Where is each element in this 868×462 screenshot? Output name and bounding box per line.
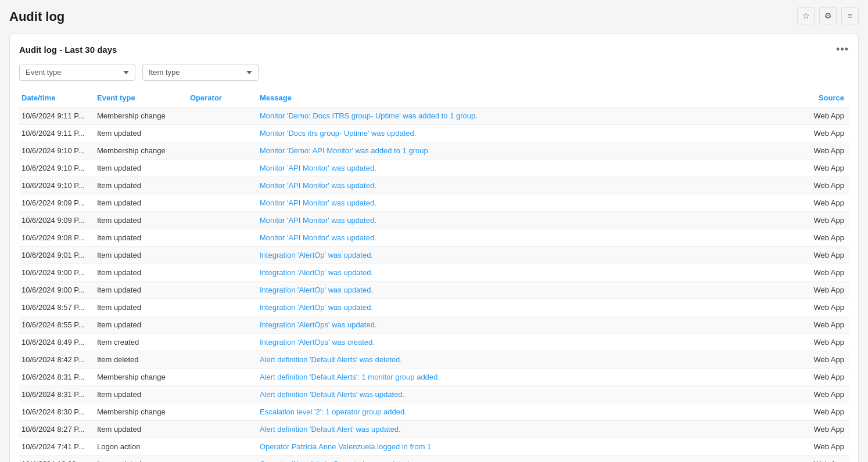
cell-eventtype: Item created [95, 334, 188, 351]
table-row[interactable]: 10/6/2024 8:27 P... Item updated Alert d… [19, 421, 849, 438]
cell-operator [188, 369, 257, 386]
message-link[interactable]: Escalation level '2': 1 operator group a… [260, 407, 407, 416]
cell-operator [188, 386, 257, 403]
col-header-eventtype[interactable]: Event type [95, 89, 188, 107]
col-header-source[interactable]: Source [797, 89, 849, 107]
cell-source: Web App [797, 316, 849, 334]
cell-source: Web App [797, 299, 849, 316]
cell-source: Web App [797, 229, 849, 247]
more-options-button[interactable]: ••• [836, 44, 849, 56]
message-link[interactable]: Monitor 'API Monitor' was updated. [260, 216, 376, 225]
cell-eventtype: Item updated [95, 456, 188, 463]
message-link[interactable]: Monitor 'API Monitor' was updated. [260, 164, 376, 172]
cell-datetime: 10/6/2024 9:01 P... [19, 247, 95, 264]
table-row[interactable]: 10/6/2024 8:49 P... Item created Integra… [19, 334, 849, 351]
cell-operator [188, 421, 257, 438]
col-header-datetime[interactable]: Date/time [19, 89, 95, 107]
cell-message: Monitor 'Demo: API Monitor' was added to… [257, 142, 797, 160]
message-link[interactable]: Monitor 'API Monitor' was updated. [260, 181, 376, 190]
cell-eventtype: Item updated [95, 316, 188, 334]
table-row[interactable]: 10/6/2024 9:00 P... Item updated Integra… [19, 281, 849, 299]
cell-datetime: 10/6/2024 8:30 P... [19, 403, 95, 421]
cell-source: Web App [797, 142, 849, 160]
item-type-select[interactable]: Item type [142, 64, 259, 81]
event-type-select[interactable]: Event type Membership change Item update… [19, 64, 135, 81]
message-link[interactable]: Integration 'AlertOp' was updated. [260, 303, 373, 312]
cell-datetime: 10/4/2024 12:39 ... [19, 456, 95, 463]
table-row[interactable]: 10/6/2024 9:11 P... Item updated Monitor… [19, 125, 849, 142]
cell-source: Web App [797, 160, 849, 177]
message-link[interactable]: Integration 'AlertOp' was updated. [260, 286, 373, 294]
gear-icon: ⚙ [824, 11, 832, 20]
table-row[interactable]: 10/6/2024 9:11 P... Membership change Mo… [19, 107, 849, 125]
cell-message: Monitor 'API Monitor' was updated. [257, 212, 797, 229]
table-row[interactable]: 10/6/2024 9:01 P... Item updated Integra… [19, 247, 849, 264]
gear-button[interactable]: ⚙ [819, 7, 837, 24]
cell-operator [188, 299, 257, 316]
table-row[interactable]: 10/6/2024 9:08 P... Item updated Monitor… [19, 229, 849, 247]
table-row[interactable]: 10/6/2024 9:10 P... Item updated Monitor… [19, 160, 849, 177]
message-link[interactable]: Integration 'AlertOps' was created. [260, 338, 375, 346]
message-link[interactable]: Integration 'AlertOps' was updated. [260, 320, 377, 329]
cell-message: Alert definition 'Default Alerts' was de… [257, 351, 797, 369]
table-row[interactable]: 10/6/2024 8:31 P... Membership change Al… [19, 369, 849, 386]
table-row[interactable]: 10/6/2024 9:00 P... Item updated Integra… [19, 264, 849, 281]
cell-eventtype: Membership change [95, 142, 188, 160]
cell-datetime: 10/6/2024 9:10 P... [19, 160, 95, 177]
table-row[interactable]: 10/6/2024 9:10 P... Item updated Monitor… [19, 177, 849, 194]
cell-source: Web App [797, 194, 849, 212]
message-link[interactable]: Alert definition 'Default Alerts': 1 mon… [260, 373, 440, 381]
star-icon: ☆ [802, 11, 810, 20]
cell-message: Monitor 'API Monitor' was updated. [257, 177, 797, 194]
cell-operator [188, 142, 257, 160]
cell-eventtype: Item updated [95, 299, 188, 316]
cell-datetime: 10/6/2024 9:09 P... [19, 212, 95, 229]
table-row[interactable]: 10/6/2024 8:57 P... Item updated Integra… [19, 299, 849, 316]
message-link[interactable]: Alert definition 'Default Alert' was upd… [260, 425, 401, 434]
col-header-message[interactable]: Message [257, 89, 797, 107]
table-row[interactable]: 10/4/2024 12:39 ... Item updated Operato… [19, 456, 849, 463]
cell-source: Web App [797, 386, 849, 403]
cell-operator [188, 229, 257, 247]
message-link[interactable]: Monitor 'Demo: Docs ITRS group- Uptime' … [260, 111, 478, 120]
message-link[interactable]: Alert definition 'Default Alerts' was de… [260, 355, 402, 364]
cell-operator [188, 334, 257, 351]
cell-source: Web App [797, 212, 849, 229]
cell-message: Monitor 'API Monitor' was updated. [257, 229, 797, 247]
message-link[interactable]: Alert definition 'Default Alerts' was up… [260, 390, 404, 399]
message-link[interactable]: Operator 'Non-Admin Operator' was update… [260, 460, 411, 462]
table-row[interactable]: 10/6/2024 8:42 P... Item deleted Alert d… [19, 351, 849, 369]
cell-operator [188, 403, 257, 421]
cell-eventtype: Item updated [95, 247, 188, 264]
message-link[interactable]: Integration 'AlertOp' was updated. [260, 251, 373, 259]
cell-eventtype: Membership change [95, 403, 188, 421]
cell-message: Integration 'AlertOp' was updated. [257, 247, 797, 264]
col-header-operator[interactable]: Operator [188, 89, 257, 107]
table-row[interactable]: 10/6/2024 7:41 P... Logon action Operato… [19, 438, 849, 456]
message-link[interactable]: Monitor 'API Monitor' was updated. [260, 233, 376, 242]
menu-button[interactable]: ≡ [841, 7, 859, 24]
audit-log-table: Date/time Event type Operator Message So… [19, 89, 849, 462]
table-row[interactable]: 10/6/2024 8:30 P... Membership change Es… [19, 403, 849, 421]
message-link[interactable]: Operator Patricia Anne Valenzuela logged… [260, 442, 431, 451]
cell-source: Web App [797, 177, 849, 194]
message-link[interactable]: Monitor 'Docs itrs group- Uptime' was up… [260, 129, 416, 138]
message-link[interactable]: Integration 'AlertOp' was updated. [260, 268, 373, 277]
table-row[interactable]: 10/6/2024 8:55 P... Item updated Integra… [19, 316, 849, 334]
message-link[interactable]: Monitor 'API Monitor' was updated. [260, 198, 376, 207]
cell-datetime: 10/6/2024 7:41 P... [19, 438, 95, 456]
cell-eventtype: Item updated [95, 160, 188, 177]
table-row[interactable]: 10/6/2024 9:09 P... Item updated Monitor… [19, 194, 849, 212]
audit-log-card: Audit log - Last 30 days ••• Event type … [9, 34, 859, 462]
cell-eventtype: Item updated [95, 212, 188, 229]
cell-message: Monitor 'API Monitor' was updated. [257, 194, 797, 212]
cell-datetime: 10/6/2024 9:09 P... [19, 194, 95, 212]
table-row[interactable]: 10/6/2024 8:31 P... Item updated Alert d… [19, 386, 849, 403]
table-row[interactable]: 10/6/2024 9:10 P... Membership change Mo… [19, 142, 849, 160]
cell-operator [188, 281, 257, 299]
table-row[interactable]: 10/6/2024 9:09 P... Item updated Monitor… [19, 212, 849, 229]
star-button[interactable]: ☆ [797, 7, 815, 24]
cell-message: Alert definition 'Default Alerts' was up… [257, 386, 797, 403]
cell-message: Integration 'AlertOps' was created. [257, 334, 797, 351]
message-link[interactable]: Monitor 'Demo: API Monitor' was added to… [260, 146, 430, 155]
